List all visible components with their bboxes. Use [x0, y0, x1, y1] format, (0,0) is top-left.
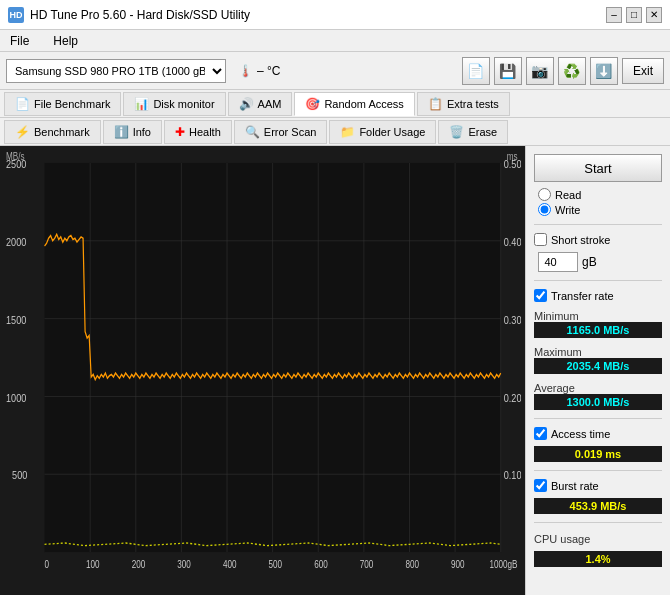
write-option[interactable]: Write — [538, 203, 662, 216]
transfer-rate-checkbox-item[interactable]: Transfer rate — [534, 289, 662, 302]
toolbar-btn-1[interactable]: 📄 — [462, 57, 490, 85]
tab-error-scan[interactable]: 🔍 Error Scan — [234, 120, 328, 144]
random-access-icon: 🎯 — [305, 97, 320, 111]
svg-text:1500: 1500 — [6, 314, 26, 326]
error-scan-icon: 🔍 — [245, 125, 260, 139]
tab-health[interactable]: ✚ Health — [164, 120, 232, 144]
disk-monitor-icon: 📊 — [134, 97, 149, 111]
extra-tests-icon: 📋 — [428, 97, 443, 111]
tab-aam[interactable]: 🔊 AAM — [228, 92, 293, 116]
tab-random-access[interactable]: 🎯 Random Access — [294, 92, 414, 116]
svg-text:0.30: 0.30 — [504, 314, 521, 326]
thermometer-icon: 🌡️ — [238, 64, 253, 78]
read-radio[interactable] — [538, 188, 551, 201]
chart-svg: 2500 2000 1500 1000 500 MB/s 0.50 0.40 0… — [4, 150, 521, 591]
svg-text:2000: 2000 — [6, 236, 26, 248]
average-section: Average 1300.0 MB/s — [534, 380, 662, 410]
svg-text:500: 500 — [12, 469, 27, 481]
maximum-label: Maximum — [534, 346, 662, 358]
toolbar-btn-3[interactable]: 📷 — [526, 57, 554, 85]
title-bar: HD HD Tune Pro 5.60 - Hard Disk/SSD Util… — [0, 0, 670, 30]
erase-icon: 🗑️ — [449, 125, 464, 139]
right-panel: Start Read Write Short stroke gB — [525, 146, 670, 595]
tab-info[interactable]: ℹ️ Info — [103, 120, 162, 144]
svg-text:1000gB: 1000gB — [490, 559, 518, 570]
cpu-usage-label: CPU usage — [534, 533, 662, 545]
tabs-row1: 📄 File Benchmark 📊 Disk monitor 🔊 AAM 🎯 … — [0, 90, 670, 118]
svg-text:0: 0 — [45, 559, 50, 570]
tab-extra-tests[interactable]: 📋 Extra tests — [417, 92, 510, 116]
maximize-button[interactable]: □ — [626, 7, 642, 23]
svg-text:0.10: 0.10 — [504, 469, 521, 481]
read-write-group: Read Write — [538, 188, 662, 216]
tab-folder-usage[interactable]: 📁 Folder Usage — [329, 120, 436, 144]
burst-rate-checkbox-item[interactable]: Burst rate — [534, 479, 662, 492]
svg-text:300: 300 — [177, 559, 191, 570]
svg-text:700: 700 — [360, 559, 374, 570]
benchmark-icon: ⚡ — [15, 125, 30, 139]
chart-area: 2500 2000 1500 1000 500 MB/s 0.50 0.40 0… — [0, 146, 525, 595]
disk-selector[interactable]: Samsung SSD 980 PRO 1TB (1000 gB) — [6, 59, 226, 83]
svg-text:600: 600 — [314, 559, 328, 570]
short-stroke-unit: gB — [582, 255, 597, 269]
transfer-rate-checkbox[interactable] — [534, 289, 547, 302]
svg-text:MB/s: MB/s — [6, 151, 25, 162]
read-option[interactable]: Read — [538, 188, 662, 201]
svg-text:900: 900 — [451, 559, 465, 570]
svg-text:1000: 1000 — [6, 392, 26, 404]
tab-disk-monitor[interactable]: 📊 Disk monitor — [123, 92, 225, 116]
svg-text:200: 200 — [132, 559, 146, 570]
minimum-section: Minimum 1165.0 MB/s — [534, 308, 662, 338]
tabs-row2: ⚡ Benchmark ℹ️ Info ✚ Health 🔍 Error Sca… — [0, 118, 670, 146]
svg-text:0.40: 0.40 — [504, 236, 521, 248]
average-label: Average — [534, 382, 662, 394]
svg-text:100: 100 — [86, 559, 100, 570]
exit-button[interactable]: Exit — [622, 58, 664, 84]
cpu-usage-value: 1.4% — [534, 551, 662, 567]
health-icon: ✚ — [175, 125, 185, 139]
svg-text:400: 400 — [223, 559, 237, 570]
title-text: HD Tune Pro 5.60 - Hard Disk/SSD Utility — [30, 8, 250, 22]
temp-value: – °C — [257, 64, 280, 78]
menu-bar: File Help — [0, 30, 670, 52]
toolbar-btn-5[interactable]: ⬇️ — [590, 57, 618, 85]
divider-5 — [534, 522, 662, 523]
main-content: 2500 2000 1500 1000 500 MB/s 0.50 0.40 0… — [0, 146, 670, 595]
access-time-checkbox-item[interactable]: Access time — [534, 427, 662, 440]
svg-text:ms: ms — [507, 151, 518, 162]
title-bar-controls: – □ ✕ — [606, 7, 662, 23]
short-stroke-checkbox-item[interactable]: Short stroke — [534, 233, 662, 246]
svg-text:500: 500 — [269, 559, 283, 570]
divider-1 — [534, 224, 662, 225]
tab-erase[interactable]: 🗑️ Erase — [438, 120, 508, 144]
minimum-value: 1165.0 MB/s — [534, 322, 662, 338]
start-button[interactable]: Start — [534, 154, 662, 182]
tab-file-benchmark[interactable]: 📄 File Benchmark — [4, 92, 121, 116]
toolbar-btn-2[interactable]: 💾 — [494, 57, 522, 85]
app-icon: HD — [8, 7, 24, 23]
short-stroke-checkbox[interactable] — [534, 233, 547, 246]
short-stroke-row: gB — [538, 252, 662, 272]
close-button[interactable]: ✕ — [646, 7, 662, 23]
tab-benchmark[interactable]: ⚡ Benchmark — [4, 120, 101, 144]
toolbar-btn-4[interactable]: ♻️ — [558, 57, 586, 85]
temp-display: 🌡️ – °C — [238, 64, 280, 78]
svg-text:0.20: 0.20 — [504, 392, 521, 404]
burst-rate-value: 453.9 MB/s — [534, 498, 662, 514]
short-stroke-input[interactable] — [538, 252, 578, 272]
maximum-section: Maximum 2035.4 MB/s — [534, 344, 662, 374]
menu-help[interactable]: Help — [47, 32, 84, 50]
divider-3 — [534, 418, 662, 419]
maximum-value: 2035.4 MB/s — [534, 358, 662, 374]
minimize-button[interactable]: – — [606, 7, 622, 23]
burst-rate-checkbox[interactable] — [534, 479, 547, 492]
title-bar-left: HD HD Tune Pro 5.60 - Hard Disk/SSD Util… — [8, 7, 250, 23]
info-icon: ℹ️ — [114, 125, 129, 139]
menu-file[interactable]: File — [4, 32, 35, 50]
access-time-checkbox[interactable] — [534, 427, 547, 440]
minimum-label: Minimum — [534, 310, 662, 322]
average-value: 1300.0 MB/s — [534, 394, 662, 410]
write-radio[interactable] — [538, 203, 551, 216]
svg-text:800: 800 — [405, 559, 419, 570]
aam-icon: 🔊 — [239, 97, 254, 111]
